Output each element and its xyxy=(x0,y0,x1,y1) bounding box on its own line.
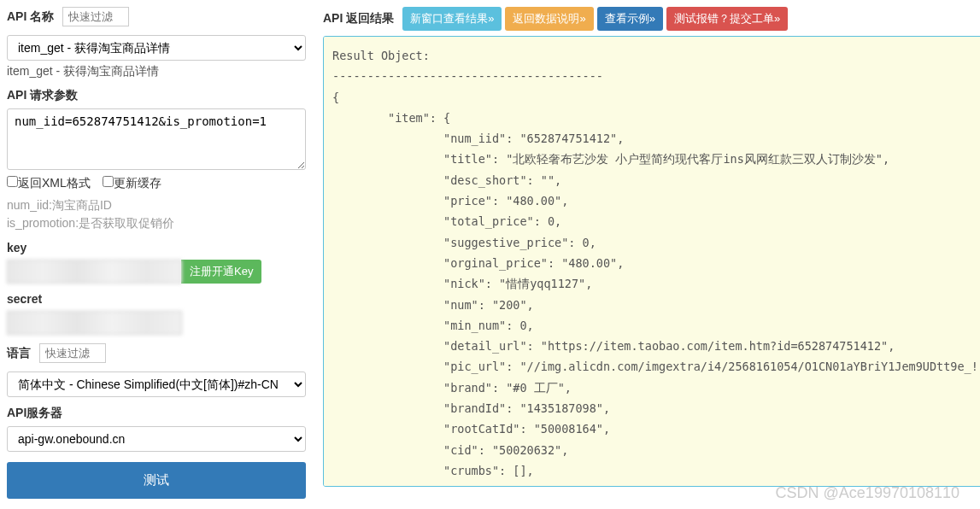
server-label: API服务器 xyxy=(7,406,306,421)
hint-numiid: num_iid:淘宝商品ID xyxy=(7,196,306,214)
hint-promo: is_promotion:是否获取取促销价 xyxy=(7,214,306,232)
xml-checkbox[interactable] xyxy=(7,176,18,187)
api-name-label: API 名称 xyxy=(7,9,54,25)
cache-checkbox-label[interactable]: 更新缓存 xyxy=(103,176,161,190)
api-select[interactable]: item_get - 获得淘宝商品详情 xyxy=(7,35,306,61)
req-params-label: API 请求参数 xyxy=(7,88,306,103)
secret-label: secret xyxy=(7,292,306,306)
result-output[interactable]: Result Object: -------------------------… xyxy=(323,36,980,487)
api-filter-input[interactable] xyxy=(62,7,129,26)
new-window-button[interactable]: 新窗口查看结果» xyxy=(402,7,502,31)
params-textarea[interactable] xyxy=(7,108,306,170)
lang-select[interactable]: 简体中文 - Chinese Simplified(中文[简体])#zh-CN xyxy=(7,372,306,397)
ticket-button[interactable]: 测试报错？提交工单» xyxy=(666,7,788,31)
register-key-button[interactable]: 注册开通Key xyxy=(181,260,261,284)
key-label: key xyxy=(7,241,306,254)
server-select[interactable]: api-gw.onebound.cn xyxy=(7,426,306,452)
secret-input[interactable] xyxy=(7,311,182,335)
example-button[interactable]: 查看示例» xyxy=(597,7,663,31)
cache-checkbox[interactable] xyxy=(103,176,114,187)
lang-filter-input[interactable] xyxy=(39,343,106,363)
result-label: API 返回结果 xyxy=(323,11,394,26)
xml-checkbox-label[interactable]: 返回XML格式 xyxy=(7,176,91,190)
left-panel: API 名称 item_get - 获得淘宝商品详情 item_get - 获得… xyxy=(7,7,306,499)
lang-label: 语言 xyxy=(7,346,31,361)
key-input[interactable] xyxy=(7,260,182,284)
api-selected-text: item_get - 获得淘宝商品详情 xyxy=(7,64,306,79)
test-button[interactable]: 测试 xyxy=(7,462,306,499)
right-panel: API 返回结果 新窗口查看结果» 返回数据说明» 查看示例» 测试报错？提交工… xyxy=(323,7,980,499)
data-doc-button[interactable]: 返回数据说明» xyxy=(505,7,593,31)
